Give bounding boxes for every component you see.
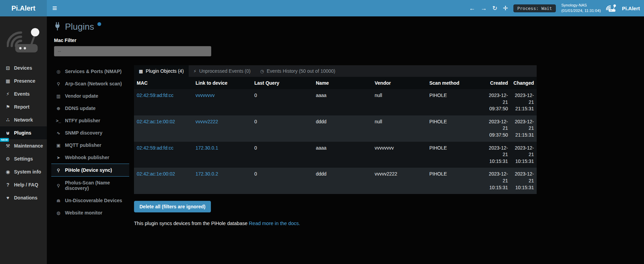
search-icon: ⚲ [55, 168, 62, 173]
plugin-nav-item-snmp[interactable]: ∿ SNMP discovery [51, 127, 129, 139]
plugin-nav-item-arpscan[interactable]: ⚲ Arp-Scan (Network scan) [51, 78, 129, 90]
sidebar-item-devices[interactable]: ⊡ Devices [0, 61, 47, 74]
menu-toggle-icon[interactable]: ≡ [52, 4, 57, 12]
last-query-cell: 0 [252, 89, 313, 115]
sidebar-item-network[interactable]: ∴ Network [0, 113, 47, 126]
device-link[interactable]: vvvvv2222 [196, 119, 218, 124]
sidebar-item-events[interactable]: ⚡ Events [0, 87, 47, 100]
plugin-panel: ▩ Plugin Objects (4) ⚡ Unprocessed Event… [134, 65, 537, 231]
table-row[interactable]: 02:42:59:ad:fd:cc 172.30.0.1 0 aaaa vvvv… [134, 142, 537, 168]
sidebar-item-settings[interactable]: ⚙ Settings [0, 152, 47, 165]
plugin-description: This plugin syncs devices from the PiHol… [134, 221, 537, 226]
host-timestamp: (01/01/2024, 11:31:04) [561, 8, 601, 14]
docs-link[interactable]: Read more in the docs. [249, 221, 300, 226]
mac-filter-block: Mac Filter [54, 38, 644, 56]
sidebar-item-label: Report [14, 104, 29, 110]
sidebar-item-plugins[interactable]: ⊎ Plugins [0, 126, 47, 139]
sidebar-item-label: Devices [14, 65, 32, 71]
heart-icon: ♥ [5, 195, 11, 200]
table-row[interactable]: 02:42:59:ad:fd:cc vvvvvvvv 0 aaaa null P… [134, 89, 537, 115]
device-link[interactable]: 172.30.0.1 [196, 145, 218, 151]
plugin-nav-item-ddns[interactable]: ⊕ DDNS update [51, 102, 129, 114]
plugin-nav-label: NTFY publisher [65, 118, 100, 123]
forward-icon[interactable]: → [481, 5, 487, 12]
sidebar-item-maintenance[interactable]: NEW ⚒ Maintenance [0, 139, 47, 152]
sidebar-item-donations[interactable]: ♥ Donations [0, 191, 47, 204]
plugin-nav-item-vendor-update[interactable]: ▥ Vendor update [51, 90, 129, 102]
mac-filter-input[interactable] [54, 46, 211, 56]
mac-link[interactable]: 02:42:ac:1e:00:02 [137, 171, 175, 177]
question-icon: ? [5, 182, 11, 187]
table-header-row: MAC Link to device Last Query Name Vendo… [134, 77, 537, 89]
mac-link[interactable]: 02:42:ac:1e:00:02 [137, 119, 175, 124]
broker-icon: ▣ [55, 143, 62, 148]
vendor-cell: vvvvv2222 [372, 168, 427, 194]
created-cell: 2023-12-21 10:15:31 [484, 142, 511, 168]
sidebar-item-label: Events [14, 91, 30, 97]
tab-unprocessed-events[interactable]: ⚡ Unprocessed Events (0) [189, 65, 255, 77]
tab-bar: ▩ Plugin Objects (4) ⚡ Unprocessed Event… [134, 65, 537, 77]
tab-events-history[interactable]: ◷ Events History (50 out of 10000) [255, 65, 340, 77]
sidebar-item-report[interactable]: ⚑ Report [0, 100, 47, 113]
mac-link[interactable]: 02:42:59:ad:fd:cc [137, 145, 173, 151]
devices-icon: ⊡ [5, 65, 11, 71]
plugin-nav-label: Arp-Scan (Network scan) [65, 81, 122, 86]
sidebar-item-help-faq[interactable]: ? Help / FAQ [0, 178, 47, 191]
plugin-nav-label: Pholus-Scan (Name discovery) [65, 180, 125, 191]
new-badge: NEW [0, 138, 9, 142]
brand-logo[interactable]: Pi.Alert [0, 0, 47, 16]
bolt-icon: ⚡ [5, 91, 11, 97]
page-title: Plugins [65, 22, 94, 32]
back-icon[interactable]: ← [469, 5, 475, 12]
col-header-last-query: Last Query [252, 77, 313, 89]
created-cell: 2023-12-21 10:15:31 [484, 168, 511, 194]
pialert-mini-logo-icon [606, 3, 616, 14]
sidebar-item-system-info[interactable]: ◉ System info [0, 165, 47, 178]
sidebar-item-label: Donations [14, 195, 37, 200]
move-icon[interactable]: ✛ [503, 4, 508, 12]
sidebar-item-presence[interactable]: ▦ Presence [0, 74, 47, 87]
plugin-nav-label: Website monitor [65, 210, 102, 216]
plugin-nav-label: DDNS update [65, 106, 95, 111]
plugin-nav-item-ntfy[interactable]: >_ NTFY publisher [51, 114, 129, 127]
globe-icon: ◍ [55, 210, 62, 216]
table-row[interactable]: 02:42:ac:1e:00:02 vvvvv2222 0 dddd null … [134, 115, 537, 142]
send-icon: ➤ [55, 155, 62, 160]
last-query-cell: 0 [252, 142, 313, 168]
name-cell: dddd [313, 168, 372, 194]
plug-icon: ⊎ [5, 130, 11, 136]
tab-label: Plugin Objects (4) [146, 68, 184, 74]
plugin-nav-item-pholus[interactable]: ⚲ Pholus-Scan (Name discovery) [51, 177, 129, 194]
plugin-nav-item-undiscoverable[interactable]: ⋒ Un-Discoverable Devices [51, 194, 129, 207]
route-icon: ∿ [55, 130, 62, 136]
plugin-nav-item-webhook[interactable]: ➤ Webhook publisher [51, 151, 129, 164]
device-link[interactable]: 172.30.0.2 [196, 171, 218, 177]
app-name: Pi.Alert [622, 5, 640, 11]
radar-icon: ◎ [55, 69, 62, 74]
plugin-nav-item-nmap[interactable]: ◎ Services & Ports (NMAP) [51, 65, 129, 78]
tab-plugin-objects[interactable]: ▩ Plugin Objects (4) [134, 65, 189, 77]
refresh-icon[interactable]: ↻ [492, 4, 497, 12]
plugin-nav-item-website-monitor[interactable]: ◍ Website monitor [51, 207, 129, 219]
chip-icon: ◉ [5, 169, 11, 175]
table-row[interactable]: 02:42:ac:1e:00:02 172.30.0.2 0 dddd vvvv… [134, 168, 537, 194]
info-badge-icon[interactable] [97, 22, 101, 26]
name-cell: dddd [313, 115, 372, 142]
topbar-main: ≡ ← → ↻ ✛ Process: Wait Synology-NAS (01… [47, 0, 644, 16]
plugin-nav-item-mqtt[interactable]: ▣ MQTT publisher [51, 139, 129, 151]
main-content: Plugins Mac Filter ◎ Services & Ports (N… [47, 16, 644, 264]
chart-icon: ▥ [55, 94, 62, 99]
calendar-icon: ▦ [5, 78, 11, 84]
mac-link[interactable]: 02:42:59:ad:fd:cc [137, 93, 173, 98]
delete-all-button[interactable]: Delete all (filters are ignored) [134, 201, 211, 212]
device-link[interactable]: vvvvvvvv [196, 93, 215, 98]
plugin-nav-label: PiHole (Device sync) [65, 167, 112, 173]
plugin-nav-item-pihole[interactable]: ⚲ PiHole (Device sync) [51, 164, 129, 177]
col-header-name: Name [313, 77, 372, 89]
vendor-cell: vvvvvvvv [372, 142, 427, 168]
sidebar-item-label: Maintenance [14, 143, 43, 149]
plugin-nav-label: Un-Discoverable Devices [65, 198, 122, 203]
plugin-nav: ◎ Services & Ports (NMAP) ⚲ Arp-Scan (Ne… [51, 65, 129, 219]
clock-icon: ◷ [260, 69, 264, 74]
sidebar-item-label: Network [14, 117, 33, 123]
